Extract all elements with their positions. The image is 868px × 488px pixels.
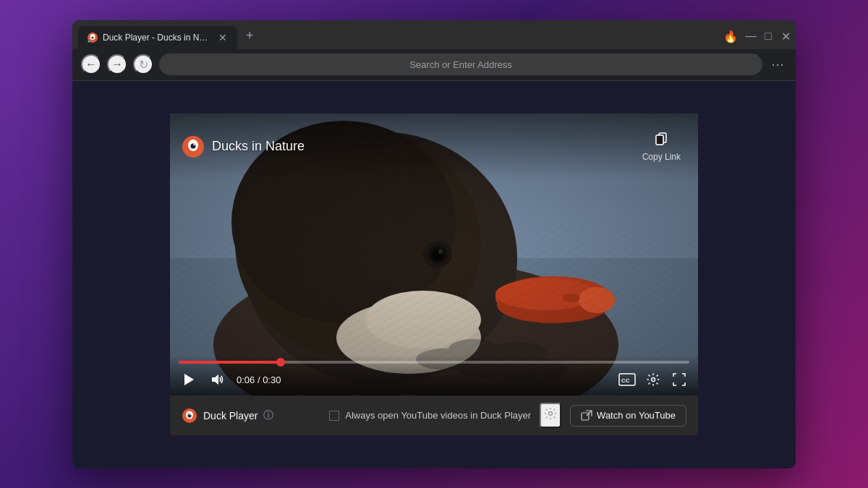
refresh-button[interactable]: ↻ (133, 54, 153, 74)
new-tab-button[interactable]: + (240, 25, 260, 46)
svg-point-25 (579, 287, 615, 313)
progress-dot (276, 358, 285, 367)
video-header: Ducks in Nature Copy Link (170, 114, 698, 179)
tab-area: 🔊 Duck Player - Ducks in Nature... ✕ + (78, 25, 723, 49)
svg-point-3 (93, 36, 94, 37)
active-tab[interactable]: 🔊 Duck Player - Ducks in Nature... ✕ (78, 26, 237, 49)
volume-button[interactable] (208, 369, 228, 390)
settings-button[interactable] (643, 369, 663, 390)
video-controls: 0:06 / 0:30 CC (170, 355, 698, 395)
svg-point-23 (497, 287, 610, 323)
fullscreen-button[interactable] (669, 369, 689, 390)
close-button[interactable]: ✕ (781, 32, 790, 40)
maximize-button[interactable]: □ (764, 32, 773, 40)
svg-point-21 (438, 249, 443, 254)
svg-point-24 (495, 278, 597, 310)
player-settings-button[interactable] (540, 403, 561, 428)
title-bar: 🔊 Duck Player - Ducks in Nature... ✕ + 🔥… (72, 20, 796, 49)
play-button[interactable] (179, 369, 199, 390)
svg-rect-34 (656, 135, 663, 145)
watch-youtube-label: Watch on YouTube (597, 410, 676, 421)
title-bar-controls: 🔥 — □ ✕ (723, 30, 790, 49)
svg-marker-36 (212, 374, 218, 385)
video-area: Ducks in Nature Copy Link (170, 114, 698, 395)
browser-window: 🔊 Duck Player - Ducks in Nature... ✕ + 🔥… (72, 20, 796, 468)
player-ddg-logo (182, 408, 197, 424)
tab-favicon: 🔊 (87, 32, 98, 43)
copy-link-button[interactable]: Copy Link (637, 125, 686, 168)
page-content: Ducks in Nature Copy Link (72, 81, 796, 468)
player-bottom-bar: Duck Player ⓘ Always open YouTube videos… (170, 395, 698, 435)
info-icon[interactable]: ⓘ (263, 409, 273, 422)
controls-right: CC (617, 369, 689, 390)
menu-button[interactable]: ⋯ (768, 53, 787, 75)
watch-youtube-button[interactable]: Watch on YouTube (570, 405, 686, 427)
progress-fill (179, 361, 281, 364)
back-button[interactable]: ← (81, 54, 101, 74)
svg-text:🔊: 🔊 (88, 38, 93, 43)
copy-icon (654, 131, 668, 149)
tab-close-button[interactable]: ✕ (217, 32, 229, 43)
time-display: 0:06 / 0:30 (237, 374, 281, 385)
controls-row: 0:06 / 0:30 CC (179, 369, 689, 390)
svg-point-18 (423, 241, 452, 267)
svg-point-31 (193, 143, 195, 145)
video-title: Ducks in Nature (212, 139, 305, 154)
svg-point-20 (432, 249, 443, 260)
controls-left: 0:06 / 0:30 (179, 369, 281, 390)
player-name: Duck Player (203, 410, 258, 421)
svg-marker-35 (184, 374, 194, 385)
minimize-button[interactable]: — (746, 32, 755, 40)
svg-point-19 (428, 246, 447, 263)
svg-point-44 (549, 412, 553, 416)
tab-title: Duck Player - Ducks in Nature... (103, 33, 213, 43)
navigation-bar: ← → ↻ Search or Enter Address ⋯ (72, 49, 796, 81)
svg-point-43 (190, 414, 191, 415)
duck-player: Ducks in Nature Copy Link (170, 114, 698, 435)
svg-point-12 (365, 291, 481, 348)
always-open-area: Always open YouTube videos in Duck Playe… (329, 410, 531, 421)
forward-button[interactable]: → (107, 54, 127, 74)
progress-bar[interactable] (179, 361, 689, 364)
svg-point-39 (652, 378, 655, 382)
always-open-label: Always open YouTube videos in Duck Playe… (345, 410, 531, 421)
address-text: Search or Enter Address (409, 59, 512, 70)
svg-point-22 (495, 276, 611, 320)
flame-icon: 🔥 (723, 30, 738, 43)
svg-text:CC: CC (621, 377, 630, 384)
svg-rect-45 (582, 413, 589, 420)
address-bar[interactable]: Search or Enter Address (159, 53, 762, 75)
svg-point-26 (563, 294, 580, 302)
external-link-icon (581, 410, 592, 421)
always-open-checkbox[interactable] (329, 411, 339, 421)
video-title-area: Ducks in Nature (182, 135, 305, 158)
player-logo-area: Duck Player ⓘ (182, 408, 273, 424)
copy-link-label: Copy Link (642, 152, 681, 162)
ddg-logo (182, 135, 205, 158)
captions-button[interactable]: CC (617, 369, 637, 390)
